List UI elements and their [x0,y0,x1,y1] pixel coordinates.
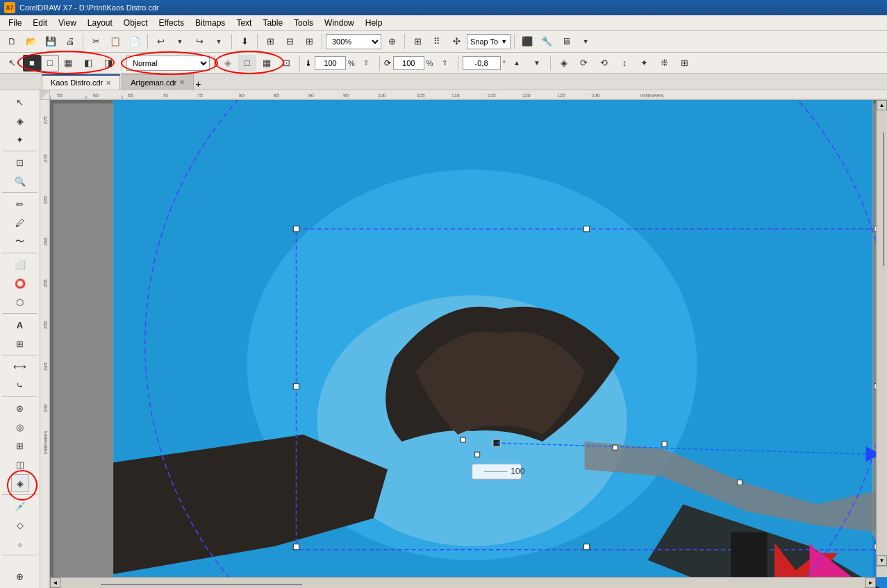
tab-close-1[interactable]: ✕ [106,79,111,87]
fill-type-2[interactable]: □ [41,55,59,72]
scroll-right-button[interactable]: ► [865,578,876,588]
gradient-btn3[interactable]: ⟲ [595,55,613,72]
options-btn1[interactable]: ⬛ [518,33,536,50]
open-button[interactable]: 📂 [22,33,40,50]
crop-tool[interactable]: ⊡ [11,153,29,171]
menu-window[interactable]: Window [319,17,360,29]
add-page-button[interactable]: ⊕ [11,567,29,585]
snap3[interactable]: ⊞ [300,33,318,50]
scroll-thumb-v[interactable] [883,133,884,266]
menu-help[interactable]: Help [360,17,388,29]
blend-mode-select[interactable]: NormalMultiplyScreenOverlay [126,56,210,71]
shape-tool[interactable]: ◈ [11,112,29,130]
contour-tool[interactable]: ◎ [11,418,29,436]
gradient-btn2[interactable]: ⟳ [575,55,593,72]
undo-button[interactable]: ↩ [151,33,169,50]
grid-dots[interactable]: ⠿ [428,33,446,50]
snap-icon[interactable]: ✣ [447,33,465,50]
menu-text[interactable]: Text [231,17,257,29]
undo-dropdown[interactable]: ▼ [171,33,189,50]
rectangle-tool[interactable]: ⬜ [11,255,29,274]
gradient-btn7[interactable]: ⊞ [676,55,694,72]
trans-type-none[interactable]: ◈ [219,55,237,72]
opacity-up[interactable]: ⇧ [357,55,375,72]
cut-button[interactable]: ✂ [87,33,105,50]
pointer-mode[interactable]: ↖ [3,55,21,72]
freehand-tool[interactable]: ✏ [11,195,29,213]
options-dropdown[interactable]: ▼ [577,33,595,50]
paste-button[interactable]: 📄 [126,33,144,50]
snap2[interactable]: ⊟ [281,33,299,50]
redo-button[interactable]: ↪ [190,33,208,50]
tab-add-button[interactable]: + [195,78,201,90]
snap-to-field[interactable]: Snap To ▼ [467,34,511,49]
tab-artgeman[interactable]: Artgeman.cdr ✕ [122,74,194,90]
gradient-btn4[interactable]: ↕ [615,55,633,72]
fill-tool[interactable]: ◇ [11,516,29,534]
trans-type-flat[interactable]: □ [238,55,256,72]
ellipse-tool[interactable]: ⭕ [11,274,29,292]
smart-fill-tool[interactable]: ⬦ [11,535,29,553]
gradient-btn6[interactable]: ❊ [656,55,674,72]
print-button[interactable]: 🖨 [61,33,79,50]
redo-dropdown[interactable]: ▼ [210,33,228,50]
snap-dropdown-arrow[interactable]: ▼ [501,38,507,45]
menu-table[interactable]: Table [257,17,288,29]
text-tool[interactable]: A [11,316,29,334]
eyedropper-tool[interactable]: 💉 [11,497,29,515]
flatten-input[interactable] [393,56,424,70]
dimension-tool[interactable]: ⟷ [11,358,29,376]
trans-type-box[interactable]: ⊡ [277,55,295,72]
canvas-container[interactable]: 100 [50,100,887,588]
tab-kaos-distro[interactable]: Kaos Distro.cdr ✕ [42,74,120,90]
menu-view[interactable]: View [53,17,82,29]
smear-tool[interactable]: ✦ [11,131,29,149]
import-button[interactable]: ⬇ [235,33,254,50]
object-btn4[interactable]: ◧ [79,55,97,72]
scroll-down-button[interactable]: ▼ [877,555,887,566]
horizontal-scrollbar[interactable]: ◄ ► [50,577,876,588]
options-btn2[interactable]: 🔧 [538,33,556,50]
connector-tool[interactable]: ⤷ [11,376,29,394]
menu-tools[interactable]: Tools [288,17,319,29]
menu-effects[interactable]: Effects [154,17,190,29]
fill-type-1[interactable]: ■ [23,55,41,72]
snap1[interactable]: ⊞ [261,33,279,50]
zoom-level-btn[interactable]: ⊕ [383,33,401,50]
vertical-scrollbar[interactable]: ▲ ▼ [876,100,887,577]
zoom-tool[interactable]: 🔍 [11,172,29,190]
blend-tool[interactable]: ⊛ [11,399,29,417]
drop-shadow-tool[interactable]: ◫ [11,455,29,473]
scroll-thumb-h[interactable] [101,584,302,585]
copy-button[interactable]: 📋 [106,33,124,50]
options-btn3[interactable]: 🖥 [557,33,575,50]
scroll-left-button[interactable]: ◄ [50,578,60,588]
distort-tool[interactable]: ⊞ [11,437,29,455]
tab-close-2[interactable]: ✕ [179,78,185,86]
menu-layout[interactable]: Layout [82,17,118,29]
menu-bitmaps[interactable]: Bitmaps [190,17,231,29]
menu-file[interactable]: File [3,17,27,29]
flatten-up[interactable]: ⇧ [436,55,454,72]
new-button[interactable]: 🗋 [3,33,21,50]
polygon-tool[interactable]: ⬡ [11,293,29,311]
object-btn5[interactable]: ◨ [99,55,117,72]
grid-toggle[interactable]: ⊞ [408,33,426,50]
angle-input[interactable] [463,56,501,70]
transparency-tool[interactable]: ◈ [11,474,29,492]
b-spline-tool[interactable]: 〜 [11,233,29,251]
zoom-dropdown[interactable]: 300%100%200%400% [326,34,381,49]
gradient-btn1[interactable]: ◈ [555,55,573,72]
angle-up[interactable]: ▲ [508,55,526,72]
select-tool[interactable]: ↖ [11,93,29,111]
opacity-input[interactable] [315,56,346,70]
table-tool[interactable]: ⊞ [11,335,29,353]
gradient-btn5[interactable]: ✦ [636,55,654,72]
trans-type-linear[interactable]: ▦ [258,55,276,72]
angle-down[interactable]: ▼ [528,55,546,72]
save-button[interactable]: 💾 [42,33,60,50]
menu-edit[interactable]: Edit [27,17,53,29]
scroll-up-button[interactable]: ▲ [877,100,887,110]
menu-object[interactable]: Object [118,17,154,29]
pen-tool[interactable]: 🖊 [11,214,29,232]
